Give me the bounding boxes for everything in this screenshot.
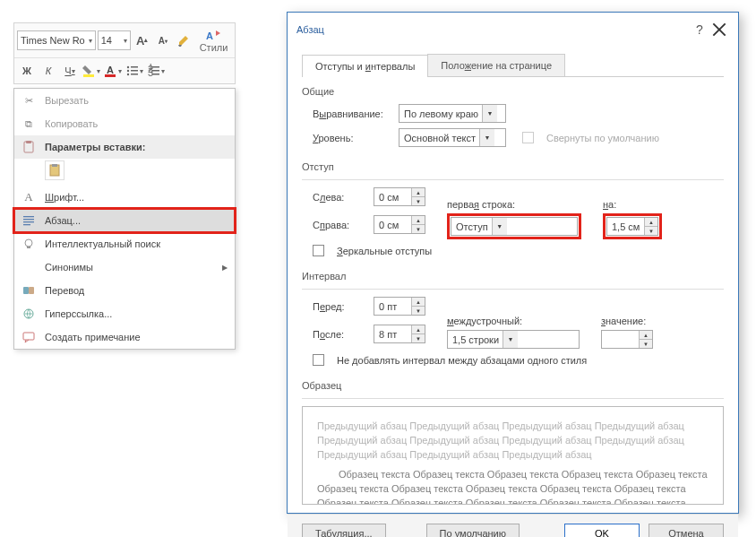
- line-spacing-at-spin[interactable]: ▲▼: [601, 330, 653, 349]
- collapse-label: Свернуты по умолчанию: [546, 133, 659, 143]
- tabs-button[interactable]: Табуляция...: [302, 524, 386, 537]
- close-button[interactable]: [709, 20, 729, 39]
- preview-box: Предыдущий абзац Предыдущий абзац Предыд…: [302, 406, 724, 505]
- chevron-down-icon: ▼: [482, 105, 497, 122]
- copy-icon: ⧉: [21, 117, 36, 131]
- default-button[interactable]: По умолчанию: [426, 524, 520, 537]
- ctx-synonyms[interactable]: Синонимы ▶: [14, 256, 235, 279]
- line-spacing-combo[interactable]: 1,5 строки▼: [447, 330, 580, 349]
- font-family-value: Times New Ro: [21, 35, 85, 46]
- font-color-button[interactable]: A▾: [103, 61, 123, 81]
- ctx-font[interactable]: A Шрифт...: [14, 186, 235, 209]
- highlight-icon: [82, 64, 97, 78]
- ctx-hyperlink[interactable]: Гиперссылка...: [14, 302, 235, 325]
- chevron-down-icon: ▼: [503, 331, 518, 348]
- tab-position[interactable]: Положение на странице: [427, 54, 565, 76]
- tab-indents[interactable]: Отступы и интервалы: [302, 55, 428, 77]
- svg-rect-17: [26, 141, 31, 143]
- no-space-same-style-checkbox[interactable]: [313, 354, 324, 366]
- align-combo[interactable]: По левому краю▼: [399, 104, 506, 123]
- cancel-button[interactable]: Отмена: [649, 524, 724, 537]
- format-painter-button[interactable]: [175, 30, 193, 50]
- bullets-icon: [125, 64, 140, 78]
- clipboard-tan-icon: [47, 163, 62, 178]
- paragraph-icon: [21, 213, 36, 228]
- font-a-icon: A: [21, 190, 36, 204]
- after-label: После:: [313, 329, 366, 340]
- ctx-cut[interactable]: ✂ Вырезать: [14, 89, 235, 112]
- svg-rect-20: [23, 216, 34, 217]
- lightbulb-icon: [21, 237, 36, 251]
- comment-icon: [21, 330, 36, 344]
- group-preview: Образец: [302, 380, 724, 391]
- ctx-copy[interactable]: ⧉ Копировать: [14, 112, 235, 135]
- svg-point-24: [25, 239, 32, 247]
- ok-button[interactable]: OK: [564, 524, 640, 537]
- chevron-down-icon: ▾: [89, 37, 92, 45]
- before-spin[interactable]: 0 пт ▲▼: [374, 297, 425, 316]
- svg-rect-13: [152, 70, 159, 72]
- ctx-translate[interactable]: Перевод: [14, 279, 235, 302]
- line-spacing-label: междустрочный:: [447, 316, 580, 326]
- styles-icon: A: [206, 28, 222, 42]
- after-spin[interactable]: 8 пт ▲▼: [374, 325, 425, 343]
- close-icon: [712, 22, 726, 37]
- chevron-down-icon: ▾: [124, 37, 127, 45]
- italic-button[interactable]: К: [39, 61, 58, 81]
- bold-button[interactable]: Ж: [17, 61, 37, 81]
- svg-rect-22: [23, 221, 34, 222]
- translate-icon: [21, 283, 36, 298]
- svg-rect-19: [52, 164, 57, 167]
- chevron-down-icon: ▼: [492, 218, 507, 235]
- indent-right-spin[interactable]: 0 см ▲▼: [374, 215, 425, 234]
- help-button[interactable]: ?: [690, 20, 709, 39]
- level-label: Уровень:: [313, 133, 391, 143]
- svg-text:3: 3: [148, 67, 153, 78]
- numbering-button[interactable]: 123▾: [146, 61, 166, 81]
- indent-left-label: Слева:: [313, 192, 366, 203]
- ctx-new-comment[interactable]: Создать примечание: [14, 325, 235, 349]
- mini-toolbar: Times New Ro ▾ 14 ▾ A▴ A▾ A Стили Ж К Ч▾…: [13, 22, 236, 84]
- grow-font-button[interactable]: A▴: [133, 30, 151, 50]
- first-line-combo[interactable]: Отступ▼: [451, 217, 578, 236]
- shrink-font-button[interactable]: A▾: [153, 30, 172, 50]
- styles-label: Стили: [200, 42, 228, 53]
- ctx-paragraph[interactable]: Абзац...: [14, 209, 235, 232]
- mirror-label: Зеркальные отступы: [337, 246, 432, 256]
- ctx-paste-header: Параметры вставки:: [14, 135, 235, 159]
- svg-point-8: [127, 74, 129, 75]
- group-spacing: Интервал: [302, 271, 724, 281]
- no-space-same-style-label: Не добавлять интервал между абзацами одн…: [337, 355, 587, 366]
- highlight-button[interactable]: ▾: [82, 61, 101, 81]
- ctx-smart-lookup[interactable]: Интеллектуальный поиск: [14, 232, 235, 256]
- paragraph-dialog: Абзац ? Отступы и интервалы Положение на…: [287, 12, 739, 514]
- svg-point-6: [127, 70, 129, 72]
- context-menu: ✂ Вырезать ⧉ Копировать Параметры вставк…: [13, 88, 236, 350]
- before-label: Перед:: [313, 301, 366, 312]
- level-combo[interactable]: Основной текст▼: [399, 128, 506, 147]
- svg-rect-23: [23, 224, 30, 225]
- svg-rect-5: [131, 66, 138, 68]
- first-line-by-spin[interactable]: 1,5 см ▲▼: [606, 217, 658, 236]
- styles-button[interactable]: A Стили: [195, 26, 232, 55]
- group-general: Общие: [302, 86, 724, 97]
- svg-rect-9: [131, 74, 138, 75]
- bullets-button[interactable]: ▾: [125, 61, 144, 81]
- group-indent: Отступ: [302, 161, 724, 172]
- numbering-icon: 123: [147, 64, 161, 78]
- dialog-titlebar: Абзац ?: [288, 13, 738, 47]
- mirror-checkbox[interactable]: [313, 245, 324, 256]
- font-size-value: 14: [101, 35, 112, 46]
- underline-button[interactable]: Ч▾: [60, 61, 80, 81]
- paste-options: [14, 159, 235, 186]
- font-size-combo[interactable]: 14 ▾: [98, 30, 131, 50]
- scissors-icon: ✂: [21, 93, 36, 108]
- indent-left-spin[interactable]: 0 см ▲▼: [374, 187, 425, 206]
- svg-rect-25: [27, 247, 30, 248]
- svg-point-4: [127, 66, 129, 68]
- brush-icon: [176, 33, 191, 48]
- paste-option-keep-source[interactable]: [45, 160, 64, 180]
- font-family-combo[interactable]: Times New Ro ▾: [17, 30, 96, 50]
- svg-rect-1: [83, 74, 94, 77]
- svg-rect-3: [105, 74, 116, 77]
